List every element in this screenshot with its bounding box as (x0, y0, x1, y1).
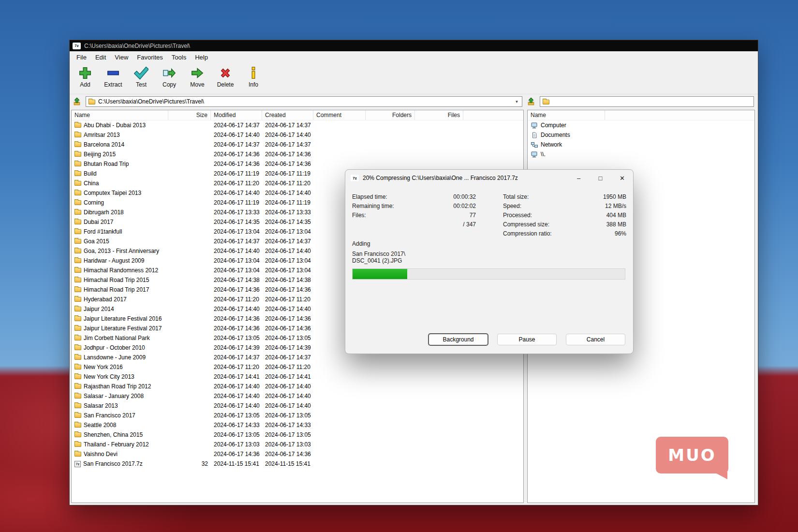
test-icon (134, 66, 148, 80)
menu-item[interactable]: Favorites (133, 52, 167, 62)
minimize-button[interactable]: – (568, 170, 590, 186)
cancel-button[interactable]: Cancel (566, 334, 625, 345)
table-row[interactable]: Shenzhen, China 2015 2024-06-17 13:05 20… (72, 430, 523, 440)
table-row[interactable]: San Francisco 2017.7z 32 2024-11-15 15:4… (72, 459, 523, 469)
column-header-comment[interactable]: Comment (313, 110, 366, 120)
file-name: Bhutan Road Trip (84, 161, 129, 167)
right-parent-folder-button[interactable] (526, 96, 536, 107)
folder-icon (74, 423, 81, 428)
table-row[interactable]: New York City 2013 2024-06-17 14:41 2024… (72, 372, 523, 382)
file-created: 2024-06-17 11:19 (262, 170, 313, 177)
processed-label: Processed: (503, 212, 532, 219)
menu-item[interactable]: File (72, 52, 91, 62)
table-row[interactable]: Beijing 2015 2024-06-17 14:36 2024-06-17… (72, 149, 523, 159)
menu-item[interactable]: Help (191, 52, 212, 62)
file-created: 2024-06-17 13:05 (262, 412, 313, 419)
folder-icon (74, 365, 81, 369)
folder-icon (74, 432, 81, 437)
file-name: Jaipur Literature Festival 2016 (84, 315, 162, 322)
table-row[interactable]: Bhutan Road Trip 2024-06-17 14:36 2024-0… (72, 159, 523, 169)
move-button[interactable]: Move (183, 65, 211, 88)
file-modified: 2024-06-17 11:19 (211, 170, 262, 177)
table-row[interactable]: Lansdowne - June 2009 2024-06-17 14:37 2… (72, 353, 523, 362)
extract-button[interactable]: Extract (99, 65, 127, 88)
file-name: Computex Taipei 2013 (84, 190, 141, 196)
table-row[interactable]: Amritsar 2013 2024-06-17 14:40 2024-06-1… (72, 130, 523, 140)
dialog-title: 20% Compressing C:\Users\baxia\One ... F… (363, 175, 518, 181)
info-button[interactable]: Info (239, 65, 267, 88)
file-name: Jaipur Literature Festival 2017 (84, 325, 162, 332)
add-button[interactable]: Add (71, 65, 99, 88)
folder-icon (74, 355, 81, 360)
tree-item-network-root[interactable]: \\. (528, 149, 754, 159)
file-created: 2024-06-17 11:20 (262, 296, 313, 303)
close-button[interactable]: ✕ (611, 170, 633, 186)
column-header-name[interactable]: Name (72, 110, 168, 120)
file-name: San Francisco 2017.7z (83, 460, 143, 467)
elapsed-value: 00:00:32 (453, 193, 476, 200)
column-header-created[interactable]: Created (262, 110, 313, 120)
add-icon (78, 66, 92, 80)
file-modified: 2024-11-15 15:41 (211, 460, 262, 467)
file-modified: 2024-06-17 14:33 (211, 422, 262, 429)
file-modified: 2024-06-17 14:37 (211, 354, 262, 361)
table-row[interactable]: Barcelona 2014 2024-06-17 14:37 2024-06-… (72, 140, 523, 149)
move-icon (190, 66, 205, 80)
total-size-value: 1950 MB (603, 193, 626, 200)
table-row[interactable]: Thailand - February 2012 2024-06-17 13:0… (72, 440, 523, 449)
table-row[interactable]: Salasar 2013 2024-06-17 14:40 2024-06-17… (72, 401, 523, 411)
file-name: San Francisco 2017 (84, 412, 135, 419)
file-name: Dibrugarh 2018 (84, 209, 124, 216)
file-modified: 2024-06-17 11:20 (211, 296, 262, 303)
file-name: Himachal Randomness 2012 (84, 267, 158, 274)
table-row[interactable]: Rajasthan Road Trip 2012 2024-06-17 14:4… (72, 382, 523, 391)
file-created: 2024-06-17 14:40 (262, 132, 313, 138)
column-header-files[interactable]: Files (415, 110, 463, 120)
column-header-folders[interactable]: Folders (366, 110, 415, 120)
file-modified: 2024-06-17 14:39 (211, 344, 262, 351)
tree-column-header-name[interactable]: Name (528, 110, 605, 120)
menu-item[interactable]: Edit (91, 52, 110, 62)
parent-folder-button[interactable] (72, 96, 82, 107)
table-row[interactable]: Salasar - January 2008 2024-06-17 14:40 … (72, 391, 523, 401)
tree-item-computer[interactable]: Computer (528, 120, 754, 130)
file-name: Amritsar 2013 (84, 132, 120, 138)
folder-icon (74, 239, 81, 244)
dialog-stats: Elapsed time:00:00:32 Remaining time:00:… (352, 192, 626, 238)
test-button[interactable]: Test (127, 65, 155, 88)
table-row[interactable]: Seattle 2008 2024-06-17 14:33 2024-06-17… (72, 420, 523, 430)
file-created: 2024-06-17 14:39 (262, 344, 313, 351)
action-label: Adding (352, 240, 370, 247)
address-dropdown-arrow[interactable]: ▼ (513, 97, 521, 106)
column-header-size[interactable]: Size (168, 110, 211, 120)
column-header-modified[interactable]: Modified (211, 110, 262, 120)
pause-button[interactable]: Pause (497, 334, 557, 345)
table-row[interactable]: Abu Dhabi - Dubai 2013 2024-06-17 14:37 … (72, 120, 523, 130)
menu-item[interactable]: Tools (167, 52, 191, 62)
delete-button[interactable]: Delete (211, 65, 239, 88)
file-name: Barcelona 2014 (84, 141, 124, 148)
maximize-button[interactable]: □ (590, 170, 611, 186)
menu-item[interactable]: View (110, 52, 133, 62)
copy-button[interactable]: Copy (155, 65, 183, 88)
tree-item-network[interactable]: Network (528, 140, 754, 149)
table-row[interactable]: San Francisco 2017 2024-06-17 13:05 2024… (72, 411, 523, 420)
folder-icon (74, 220, 81, 224)
background-button[interactable]: Background (429, 334, 488, 345)
file-modified: 2024-06-17 13:04 (211, 228, 262, 235)
folder-icon (543, 100, 549, 104)
tree-header-row: Name (528, 110, 754, 120)
address-combobox[interactable]: C:\Users\baxia\OneDrive\Pictures\Travel\… (86, 96, 522, 107)
file-name: Rajasthan Road Trip 2012 (84, 383, 151, 390)
window-title: C:\Users\baxia\OneDrive\Pictures\Travel\ (84, 43, 190, 49)
file-name: Himachal Road Trip 2017 (84, 286, 149, 293)
compressed-label: Compressed size: (503, 221, 549, 228)
table-row[interactable]: New York 2016 2024-06-17 11:20 2024-06-1… (72, 362, 523, 372)
table-row[interactable]: Vaishno Devi 2024-06-17 14:36 2024-06-17… (72, 449, 523, 459)
folder-icon (74, 442, 81, 447)
file-modified: 2024-06-17 14:36 (211, 286, 262, 293)
total-size-label: Total size: (503, 193, 529, 200)
tree-item-documents[interactable]: Documents (528, 130, 754, 140)
column-header-row: Name Size Modified Created Comment Folde… (72, 110, 523, 120)
right-address-combobox[interactable] (540, 96, 754, 107)
